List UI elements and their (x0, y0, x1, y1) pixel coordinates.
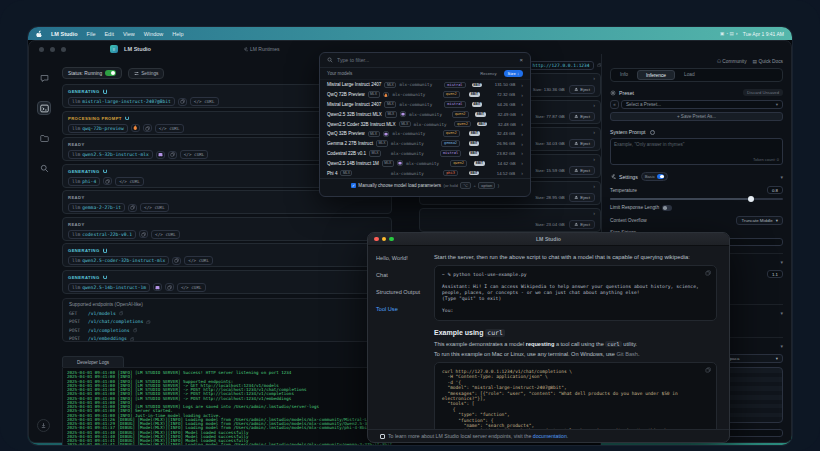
model-identifier[interactable]: llm qwen2.5-coder-32b-instruct-mlx (68, 256, 169, 265)
docs-nav-item[interactable]: Hello, World! (376, 255, 418, 261)
chevron-right-icon[interactable]: › (593, 130, 595, 135)
developer-icon[interactable] (37, 101, 51, 115)
model-search-input[interactable] (337, 57, 515, 63)
copy-icon[interactable] (128, 204, 137, 212)
eject-button[interactable]: Eject (569, 220, 595, 229)
copy-icon[interactable] (139, 230, 148, 238)
menubar-item[interactable]: File (87, 31, 96, 37)
save-preset-button[interactable]: + Save Preset As... (610, 112, 783, 121)
server-url[interactable]: http://127.0.0.1:1234 (529, 61, 594, 70)
model-list-item[interactable]: Qwen2.5 Coder 32B Instruct MLX MLX mlx-c… (320, 119, 530, 129)
chevron-down-icon[interactable]: ▾ (780, 343, 783, 349)
curl-button[interactable]: </> cURL (115, 177, 144, 186)
inspector-tab[interactable]: Inference (637, 70, 675, 80)
temperature-slider[interactable] (610, 198, 783, 200)
eject-button[interactable]: Eject (569, 112, 595, 121)
curl-button[interactable]: </> cURL (140, 203, 169, 212)
curl-button[interactable]: </> cURL (180, 150, 209, 159)
model-identifier[interactable]: llm phi-4 (68, 177, 100, 186)
preset-select[interactable]: Select a Preset... ▾ (621, 100, 783, 109)
inspector-tab[interactable]: Load (676, 70, 703, 80)
minimize-window-button[interactable] (50, 47, 55, 52)
copy-icon[interactable] (705, 270, 711, 276)
model-list-item[interactable]: Gemma 2 27B Instruct MLX mlx-community g… (320, 139, 530, 149)
copy-icon[interactable] (103, 177, 112, 185)
mode-toggle[interactable] (657, 174, 664, 179)
sort-recency-button[interactable]: Recency (476, 70, 500, 77)
eject-button[interactable]: Eject (569, 85, 595, 94)
sort-size-button[interactable]: Size ↓ (504, 70, 523, 77)
chevron-right-icon[interactable]: › (593, 157, 595, 162)
server-status-toggle[interactable]: Status: Running (62, 67, 122, 79)
discover-search-icon[interactable] (37, 161, 51, 175)
chevron-down-icon[interactable]: ▾ (780, 310, 783, 316)
chevron-right-icon[interactable]: › (593, 103, 595, 108)
menubar-app-name[interactable]: LM Studio (51, 31, 78, 37)
menubar-item[interactable]: Edit (104, 31, 113, 37)
info-icon[interactable]: ? (650, 130, 655, 135)
server-settings-button[interactable]: Settings (128, 68, 164, 79)
developer-logs-tab[interactable]: Developer Logs (62, 356, 124, 367)
menubar-item[interactable]: Help (172, 31, 183, 37)
docs-nav-item[interactable]: Chat (376, 272, 418, 278)
curl-button[interactable]: </> cURL (151, 230, 180, 239)
model-list-item[interactable]: Qwen2.5 14B Instruct 1M MLX mlx-communit… (320, 158, 530, 168)
menubar-clock[interactable]: Tue Apr 1 9:41 AM (743, 31, 784, 37)
preset-list-icon[interactable]: « (610, 100, 619, 109)
copy-icon[interactable] (143, 124, 152, 132)
menubar-item[interactable]: View (123, 31, 135, 37)
repeat-penalty-value[interactable]: 1.1 (767, 270, 783, 278)
curl-button[interactable]: </> cURL (190, 97, 219, 106)
model-list-item[interactable]: QwQ 72B Preview MLX mlx-community qwen2 … (320, 90, 530, 100)
slider-knob[interactable] (748, 196, 754, 202)
git-bash-link[interactable]: Git Bash (617, 351, 638, 357)
copy-icon[interactable] (165, 283, 174, 291)
chevron-down-icon[interactable]: ▾ (780, 174, 783, 180)
temperature-value[interactable]: 0.8 (767, 186, 783, 194)
limit-response-toggle[interactable] (662, 205, 672, 211)
model-identifier[interactable]: llm qwq-72b-preview (68, 124, 128, 133)
template-select[interactable]: Alpaca ▾ (721, 354, 783, 363)
eject-button[interactable]: Eject (569, 166, 595, 175)
model-list-item[interactable]: Qwen2.5 32B Instruct MLX MLX mlx-communi… (320, 109, 530, 119)
model-list-item[interactable]: Mistral Large Instruct 2407 MLX mlx-comm… (320, 100, 530, 110)
chat-icon[interactable] (37, 71, 51, 85)
model-list-item[interactable]: QwQ 32B Preview MLX mlx-community qwen2 … (320, 129, 530, 139)
model-identifier[interactable]: llm qwen2.5-14b-instruct-1m (68, 283, 150, 292)
discard-unsaved-button[interactable]: Discard Unsaved (743, 89, 783, 96)
model-identifier[interactable]: llm mistral-large-instruct-2407@8bit (68, 97, 175, 106)
copy-icon[interactable] (130, 337, 135, 342)
model-identifier[interactable]: llm gemma-2-27b-it (68, 203, 125, 212)
copy-icon[interactable] (133, 328, 138, 333)
model-list-item[interactable]: Codestral 22B v0.1 MLX mlx-community mis… (320, 149, 530, 159)
docs-nav-item[interactable]: Tool Use (376, 306, 418, 312)
model-list-item[interactable]: Phi 4 MLX mlx-community phi3 8BIT 14.52 … (320, 168, 530, 178)
chevron-down-icon[interactable]: ▾ (780, 259, 783, 265)
chevron-right-icon[interactable]: › (593, 184, 595, 189)
copy-icon[interactable] (178, 98, 187, 106)
copy-icon[interactable] (705, 367, 711, 373)
eject-button[interactable]: Eject (569, 193, 595, 202)
menubar-item[interactable]: Window (144, 31, 164, 37)
eject-button[interactable]: Eject (569, 139, 595, 148)
model-identifier[interactable]: llm qwen2.5-32b-instruct-mlx (68, 150, 153, 159)
apple-menu-icon[interactable] (36, 30, 42, 37)
manual-load-checkbox[interactable]: ✓ (351, 183, 356, 188)
docs-nav-item[interactable]: Structured Output (376, 289, 418, 295)
inspector-tab[interactable]: Info (612, 70, 636, 80)
copy-icon[interactable] (168, 151, 177, 159)
docs-content[interactable]: Start the server, then run the above scr… (426, 246, 729, 429)
lm-runtimes-button[interactable]: LM Runtimes (243, 46, 279, 52)
close-window-button[interactable] (39, 47, 44, 52)
menu-extras-icons[interactable]: ▣ ◔ ▤ ◑ (720, 31, 738, 36)
context-overflow-select[interactable]: Truncate Middle ▾ (736, 216, 783, 225)
documentation-link[interactable]: documentation (533, 433, 567, 439)
zoom-window-button[interactable] (61, 47, 66, 52)
chevron-right-icon[interactable]: › (593, 211, 595, 216)
model-list-item[interactable]: Mistral Large Instruct 2407 MLX mlx-comm… (320, 80, 530, 90)
copy-icon[interactable] (597, 63, 602, 68)
quick-docs-button[interactable]: ▤ Quick Docs (753, 59, 783, 64)
copy-icon[interactable] (119, 311, 124, 316)
my-models-folder-icon[interactable] (37, 131, 51, 145)
model-identifier[interactable]: llm codestral-22b-v0.1 (68, 230, 136, 239)
